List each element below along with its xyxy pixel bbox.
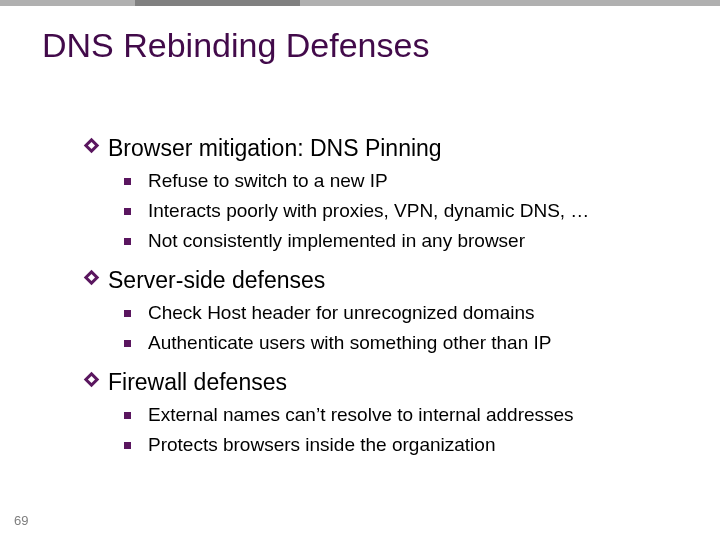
section-heading: Browser mitigation: DNS Pinning (108, 134, 442, 162)
square-bullet-icon (124, 168, 148, 196)
list-item-text: Not consistently implemented in any brow… (148, 228, 525, 254)
slide-title: DNS Rebinding Defenses (42, 26, 429, 65)
square-bullet-icon (124, 198, 148, 226)
diamond-bullet-icon (86, 266, 108, 294)
list-item: External names can’t resolve to internal… (124, 402, 686, 430)
top-accent-bar (0, 0, 720, 6)
list-item-text: Check Host header for unrecognized domai… (148, 300, 535, 326)
list-item: Refuse to switch to a new IP (124, 168, 686, 196)
section-heading-row: Browser mitigation: DNS Pinning (86, 134, 686, 162)
list-item: Check Host header for unrecognized domai… (124, 300, 686, 328)
square-bullet-icon (124, 228, 148, 256)
diamond-bullet-icon (86, 134, 108, 162)
square-bullet-icon (124, 402, 148, 430)
page-number: 69 (14, 513, 28, 528)
list-item: Interacts poorly with proxies, VPN, dyna… (124, 198, 686, 226)
section-heading-row: Firewall defenses (86, 368, 686, 396)
section-heading: Server-side defenses (108, 266, 325, 294)
square-bullet-icon (124, 330, 148, 358)
list-item-text: Protects browsers inside the organizatio… (148, 432, 495, 458)
section: Server-side defenses Check Host header f… (86, 266, 686, 358)
list-item: Protects browsers inside the organizatio… (124, 432, 686, 460)
slide-content: Browser mitigation: DNS Pinning Refuse t… (86, 128, 686, 470)
list-item-text: Interacts poorly with proxies, VPN, dyna… (148, 198, 589, 224)
top-accent-dark (135, 0, 300, 6)
section-heading-row: Server-side defenses (86, 266, 686, 294)
list-item-text: External names can’t resolve to internal… (148, 402, 574, 428)
section: Firewall defenses External names can’t r… (86, 368, 686, 460)
section-heading: Firewall defenses (108, 368, 287, 396)
list-item-text: Refuse to switch to a new IP (148, 168, 388, 194)
section: Browser mitigation: DNS Pinning Refuse t… (86, 134, 686, 256)
list-item: Authenticate users with something other … (124, 330, 686, 358)
square-bullet-icon (124, 432, 148, 460)
list-item: Not consistently implemented in any brow… (124, 228, 686, 256)
square-bullet-icon (124, 300, 148, 328)
list-item-text: Authenticate users with something other … (148, 330, 551, 356)
diamond-bullet-icon (86, 368, 108, 396)
slide: DNS Rebinding Defenses Browser mitigatio… (0, 0, 720, 540)
